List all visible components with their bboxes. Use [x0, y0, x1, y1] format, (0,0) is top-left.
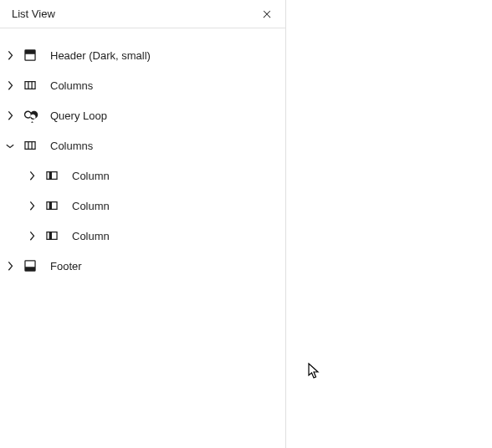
panel-header: List View: [0, 0, 285, 28]
close-icon: [261, 8, 273, 20]
tree-item-label: Header (Dark, small): [50, 49, 151, 62]
chevron-right-icon: [2, 257, 18, 274]
chevron-right-icon: [23, 227, 40, 244]
tree-item-label: Column: [72, 200, 110, 212]
collapse-toggle[interactable]: [0, 137, 20, 154]
svg-rect-1: [49, 171, 52, 180]
mouse-cursor-icon: [308, 363, 321, 379]
column-icon: [42, 165, 62, 186]
tree-item-label: Column: [72, 170, 110, 182]
column-icon: [42, 226, 62, 246]
tree-item-columns-expanded[interactable]: Columns: [0, 130, 285, 160]
block-tree: Header (Dark, small) Columns Query Loop: [0, 28, 285, 293]
chevron-down-icon: [2, 137, 18, 154]
footer-icon: [20, 256, 40, 276]
chevron-right-icon: [23, 167, 40, 184]
expand-toggle[interactable]: [0, 47, 20, 64]
panel-title: List View: [12, 8, 55, 20]
expand-toggle[interactable]: [22, 167, 42, 184]
expand-toggle[interactable]: [0, 107, 20, 124]
tree-item-footer[interactable]: Footer: [0, 251, 285, 281]
tree-item-query-loop[interactable]: Query Loop: [0, 100, 285, 130]
tree-item-label: Column: [72, 230, 110, 242]
svg-rect-5: [49, 232, 52, 240]
tree-item-column[interactable]: Column: [0, 160, 285, 191]
svg-rect-3: [49, 201, 52, 210]
loop-icon: [20, 105, 40, 125]
header-icon: [20, 45, 40, 65]
tree-item-label: Footer: [50, 260, 82, 272]
column-icon: [42, 196, 62, 216]
tree-item-label: Columns: [50, 79, 93, 92]
chevron-right-icon: [23, 197, 40, 214]
list-view-panel: List View Header (Dark, small) Columns: [0, 0, 286, 448]
expand-toggle[interactable]: [0, 257, 20, 274]
chevron-right-icon: [2, 47, 18, 64]
tree-item-column[interactable]: Column: [0, 221, 285, 251]
tree-item-label: Query Loop: [50, 109, 107, 122]
expand-toggle[interactable]: [0, 77, 20, 94]
tree-item-header[interactable]: Header (Dark, small): [0, 40, 285, 70]
chevron-right-icon: [2, 107, 18, 124]
expand-toggle[interactable]: [22, 197, 42, 214]
chevron-right-icon: [2, 77, 18, 94]
tree-item-label: Columns: [50, 140, 93, 152]
expand-toggle[interactable]: [22, 227, 42, 244]
close-button[interactable]: [255, 3, 279, 26]
tree-item-column[interactable]: Column: [0, 191, 285, 221]
tree-item-columns[interactable]: Columns: [0, 70, 285, 100]
columns-icon: [20, 135, 40, 155]
columns-icon: [20, 75, 40, 95]
